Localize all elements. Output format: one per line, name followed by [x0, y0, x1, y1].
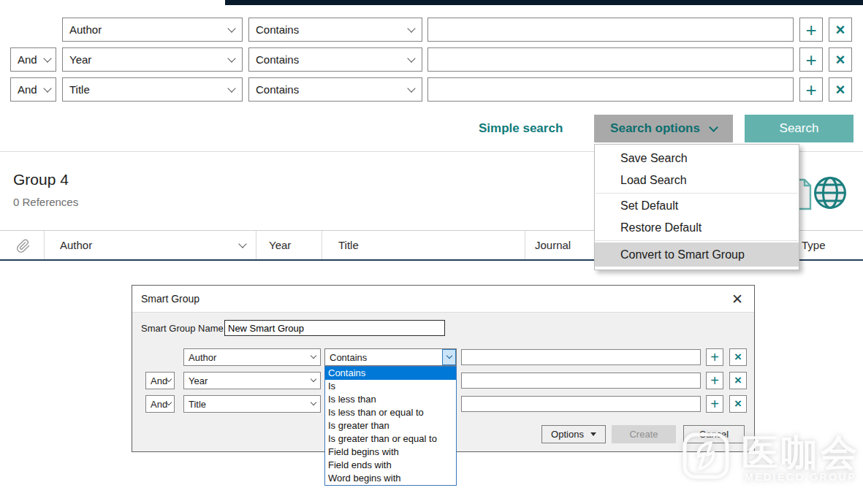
add-row-button-row1[interactable]: +: [799, 18, 823, 42]
create-button[interactable]: Create: [612, 425, 676, 443]
connector-select-row3-value: And: [18, 83, 37, 96]
condition-select-row3-value: Contains: [256, 83, 299, 96]
dialog-field-select-row1[interactable]: Author: [183, 348, 321, 366]
sort-chevron-icon[interactable]: [238, 240, 246, 248]
remove-row-button-row2[interactable]: ×: [829, 47, 852, 72]
chevron-down-icon: [446, 353, 452, 359]
field-select-row2[interactable]: Year: [62, 47, 243, 72]
remove-row-button-row1[interactable]: ×: [829, 18, 852, 42]
dialog-field-row2-value: Year: [189, 375, 208, 386]
column-header-year[interactable]: Year: [269, 231, 291, 260]
menu-item-restore-default[interactable]: Restore Default: [595, 217, 799, 239]
column-header-title[interactable]: Title: [338, 231, 359, 260]
menu-item-convert-to-smart-group[interactable]: Convert to Smart Group: [595, 243, 799, 267]
column-header-journal[interactable]: Journal: [535, 231, 571, 260]
menu-item-load-search[interactable]: Load Search: [595, 169, 799, 191]
smart-group-name-input[interactable]: [224, 320, 445, 336]
dialog-remove-row-button-row1[interactable]: ×: [729, 348, 747, 366]
condition-select-row1[interactable]: Contains: [248, 18, 422, 42]
option-is[interactable]: Is: [325, 380, 456, 393]
chevron-down-icon: [311, 376, 316, 382]
option-is-greater-than[interactable]: Is greater than: [325, 419, 456, 432]
connector-select-row2[interactable]: And: [10, 47, 56, 72]
search-options-button[interactable]: Search options: [594, 115, 733, 142]
dialog-connector-select-row3[interactable]: And: [145, 395, 175, 413]
dialog-connector-row2-value: And: [151, 375, 167, 386]
search-button-label: Search: [780, 121, 819, 136]
remove-row-button-row3[interactable]: ×: [829, 77, 852, 102]
column-header-author[interactable]: Author: [60, 231, 92, 260]
dialog-add-row-button-row3[interactable]: +: [706, 395, 723, 413]
option-contains[interactable]: Contains: [325, 367, 456, 380]
option-is-greater-than-or-equal[interactable]: Is greater than or equal to: [325, 432, 456, 446]
options-button-label: Options: [551, 429, 584, 440]
dialog-field-row3-value: Title: [189, 399, 206, 410]
field-select-row2-value: Year: [69, 53, 91, 66]
column-divider: [322, 231, 322, 259]
add-row-button-row3[interactable]: +: [799, 77, 823, 102]
group-reference-count: 0 References: [13, 196, 78, 208]
combo-dropdown-button[interactable]: [442, 349, 456, 365]
connector-select-row3[interactable]: And: [10, 77, 56, 102]
condition-select-row2-value: Contains: [256, 53, 299, 66]
condition-select-row3[interactable]: Contains: [248, 77, 422, 102]
dialog-close-icon[interactable]: ✕: [726, 286, 748, 313]
attachment-paperclip-icon[interactable]: [16, 238, 31, 253]
dialog-condition-combo-row1[interactable]: Contains: [324, 348, 457, 366]
dialog-condition-row1-value: Contains: [330, 352, 367, 363]
dialog-field-row1-value: Author: [189, 352, 216, 363]
chevron-down-icon: [227, 54, 235, 62]
online-search-globe-icon[interactable]: [813, 175, 848, 210]
dialog-remove-row-button-row2[interactable]: ×: [729, 372, 747, 389]
search-term-input-row3[interactable]: [427, 77, 794, 102]
dialog-add-row-button-row1[interactable]: +: [706, 348, 723, 366]
option-is-less-than[interactable]: Is less than: [325, 393, 456, 406]
dialog-connector-select-row2[interactable]: And: [145, 372, 175, 389]
condition-select-row2[interactable]: Contains: [248, 47, 422, 72]
field-select-row1[interactable]: Author: [62, 18, 243, 42]
dialog-field-select-row2[interactable]: Year: [183, 372, 321, 389]
column-divider: [256, 231, 256, 259]
dialog-term-input-row1[interactable]: [461, 349, 701, 365]
search-button[interactable]: Search: [745, 115, 854, 142]
option-word-begins-with[interactable]: Word begins with: [325, 472, 456, 485]
dialog-titlebar: Smart Group ✕: [132, 286, 754, 313]
chevron-down-icon: [311, 353, 316, 359]
dialog-remove-row-button-row3[interactable]: ×: [729, 395, 747, 413]
column-divider: [525, 231, 525, 259]
condition-options-list: Contains Is Is less than Is less than or…: [324, 366, 457, 486]
dialog-term-input-row2[interactable]: [461, 373, 701, 389]
smart-group-dialog: Smart Group ✕ Smart Group Name: Author C…: [132, 285, 755, 452]
app-window: Author Contains + × And Year Contains + …: [0, 0, 863, 504]
column-header-type[interactable]: Type: [802, 231, 826, 260]
chevron-down-icon: [407, 54, 415, 62]
chevron-down-icon: [311, 400, 316, 405]
menu-item-save-search[interactable]: Save Search: [595, 148, 799, 169]
chevron-down-icon: [43, 84, 51, 92]
dialog-field-select-row3[interactable]: Title: [183, 395, 321, 413]
column-divider: [44, 231, 45, 259]
group-title: Group 4: [13, 171, 69, 188]
menu-item-set-default[interactable]: Set Default: [595, 195, 799, 217]
option-field-begins-with[interactable]: Field begins with: [325, 446, 456, 459]
search-options-menu: Save Search Load Search Set Default Rest…: [594, 144, 799, 270]
field-select-row3[interactable]: Title: [62, 77, 243, 102]
watermark-subtitle: MEDIECO GROUP: [745, 471, 856, 483]
chevron-down-icon: [709, 123, 718, 132]
option-field-ends-with[interactable]: Field ends with: [325, 459, 456, 472]
simple-search-link[interactable]: Simple search: [479, 115, 563, 142]
option-is-less-than-or-equal[interactable]: Is less than or equal to: [325, 406, 456, 419]
options-button[interactable]: Options: [541, 425, 606, 443]
search-term-input-row1[interactable]: [427, 18, 794, 42]
dialog-title: Smart Group: [141, 286, 199, 313]
search-options-label: Search options: [610, 121, 700, 136]
connector-select-row2-value: And: [18, 53, 37, 66]
add-row-button-row2[interactable]: +: [799, 47, 823, 72]
menu-separator: [596, 193, 798, 194]
dialog-term-input-row3[interactable]: [461, 396, 701, 412]
cancel-button[interactable]: Cancel: [683, 425, 745, 443]
chevron-down-icon: [227, 24, 235, 32]
dialog-add-row-button-row2[interactable]: +: [706, 372, 723, 389]
search-term-input-row2[interactable]: [427, 47, 794, 72]
condition-select-row1-value: Contains: [256, 23, 299, 36]
